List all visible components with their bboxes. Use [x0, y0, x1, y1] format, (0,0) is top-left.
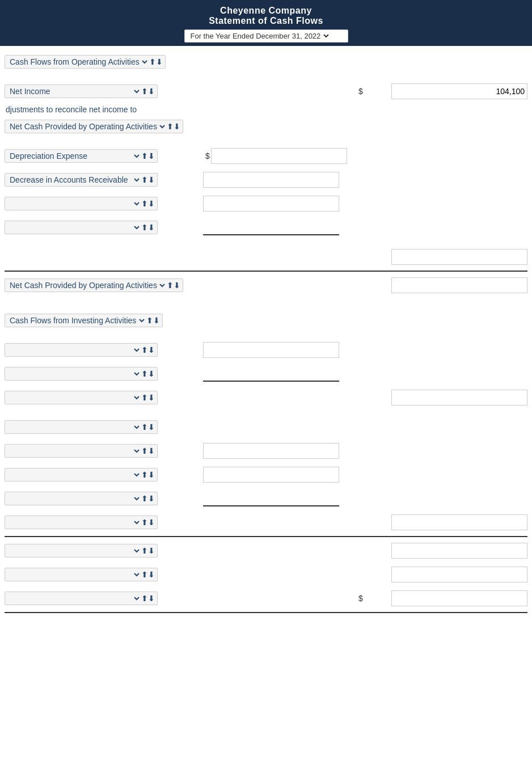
final-dollar: $ — [358, 594, 363, 603]
depreciation-select[interactable]: Depreciation Expense ⬆⬇ — [5, 149, 158, 163]
final-spinner-2-icon: ⬆⬇ — [141, 570, 155, 579]
investing-empty-select-6[interactable]: ⬆⬇ — [5, 492, 158, 505]
operating-activities-select[interactable]: Cash Flows from Operating Activities ⬆⬇ — [5, 55, 166, 69]
empty-select-2[interactable]: ⬆⬇ — [5, 221, 158, 234]
empty-dropdown-2[interactable] — [7, 222, 141, 233]
net-cash-provided-bottom-input[interactable] — [391, 277, 527, 293]
investing-empty-input-6[interactable] — [203, 491, 339, 506]
investing-subtotal-row-2: ⬆⬇ — [5, 512, 527, 533]
date-spinner-icon: ⬆⬇ — [331, 32, 344, 41]
net-cash-provided-bottom-dropdown[interactable]: Net Cash Provided by Operating Activitie… — [7, 280, 167, 290]
investing-empty-spinner-3-icon: ⬆⬇ — [141, 423, 155, 432]
net-cash-provided-top-select[interactable]: Net Cash Provided by Operating Activitie… — [5, 120, 183, 133]
date-select-wrapper[interactable]: For the Year Ended December 31, 2022 ⬆⬇ — [184, 29, 348, 43]
decrease-ar-select[interactable]: Decrease in Accounts Receivable ⬆⬇ — [5, 173, 158, 187]
final-dropdown-3[interactable] — [7, 593, 141, 603]
company-name: Cheyenne Company — [0, 6, 532, 16]
final-input-2[interactable] — [391, 567, 527, 582]
investing-empty-select-3[interactable]: ⬆⬇ — [5, 420, 158, 434]
investing-activities-select[interactable]: Cash Flows from Investing Activities ⬆⬇ — [5, 314, 163, 327]
net-income-select[interactable]: Net Income ⬆⬇ — [5, 85, 158, 98]
investing-subtotal-dropdown-1[interactable] — [7, 392, 141, 403]
investing-subtotal-input-2[interactable] — [391, 514, 527, 530]
investing-empty-dropdown-6[interactable] — [7, 493, 141, 504]
date-select[interactable]: For the Year Ended December 31, 2022 — [188, 31, 331, 41]
net-income-input[interactable] — [391, 83, 527, 99]
net-income-row: Net Income ⬆⬇ $ — [5, 81, 527, 102]
empty-spinner-1-icon: ⬆⬇ — [141, 199, 155, 208]
final-input-3[interactable] — [391, 590, 527, 606]
subtotal-row-1 — [5, 247, 527, 267]
final-row-2: ⬆⬇ — [5, 564, 527, 585]
subtotal-input-1[interactable] — [391, 249, 527, 265]
net-cash-top-spinner-icon: ⬆⬇ — [167, 122, 180, 131]
decrease-ar-row: Decrease in Accounts Receivable ⬆⬇ — [5, 170, 527, 190]
statement-title: Statement of Cash Flows — [0, 16, 532, 26]
investing-empty-input-4[interactable] — [203, 443, 339, 459]
investing-empty-row-6: ⬆⬇ — [5, 488, 527, 509]
final-spinner-1-icon: ⬆⬇ — [141, 546, 155, 555]
final-select-3[interactable]: ⬆⬇ — [5, 592, 158, 605]
empty-row-2: ⬆⬇ — [5, 217, 527, 238]
investing-spinner-icon: ⬆⬇ — [146, 316, 160, 325]
investing-empty-select-1[interactable]: ⬆⬇ — [5, 343, 158, 357]
final-input-1[interactable] — [391, 543, 527, 559]
net-cash-provided-top-dropdown[interactable]: Net Cash Provided by Operating Activitie… — [7, 121, 167, 132]
final-select-2[interactable]: ⬆⬇ — [5, 568, 158, 581]
decrease-ar-input[interactable] — [203, 172, 339, 188]
investing-empty-spinner-2-icon: ⬆⬇ — [141, 369, 155, 378]
net-income-spinner-icon: ⬆⬇ — [141, 87, 155, 96]
investing-empty-row-4: ⬆⬇ — [5, 441, 527, 461]
investing-empty-spinner-1-icon: ⬆⬇ — [141, 345, 155, 354]
depreciation-input[interactable] — [211, 148, 347, 164]
net-cash-provided-bottom-select[interactable]: Net Cash Provided by Operating Activitie… — [5, 278, 183, 292]
investing-empty-spinner-6-icon: ⬆⬇ — [141, 494, 155, 503]
decrease-ar-dropdown[interactable]: Decrease in Accounts Receivable — [7, 175, 141, 185]
investing-empty-dropdown-3[interactable] — [7, 422, 141, 432]
investing-subtotal-row-1: ⬆⬇ — [5, 387, 527, 408]
net-cash-provided-bottom-row: Net Cash Provided by Operating Activitie… — [5, 275, 527, 295]
final-dropdown-2[interactable] — [7, 569, 141, 580]
investing-empty-dropdown-2[interactable] — [7, 369, 141, 379]
investing-subtotal-spinner-1-icon: ⬆⬇ — [141, 393, 155, 402]
investing-subtotal-spinner-2-icon: ⬆⬇ — [141, 518, 155, 527]
investing-empty-select-2[interactable]: ⬆⬇ — [5, 367, 158, 381]
adjustments-text: djustments to reconcile net income to — [5, 105, 527, 114]
operating-activities-dropdown[interactable]: Cash Flows from Operating Activities — [7, 57, 149, 67]
investing-empty-dropdown-4[interactable] — [7, 446, 141, 456]
header: Cheyenne Company Statement of Cash Flows… — [0, 0, 532, 46]
depreciation-dropdown[interactable]: Depreciation Expense — [7, 151, 141, 161]
empty-input-2[interactable] — [203, 219, 339, 235]
investing-empty-row-3: ⬆⬇ — [5, 417, 527, 437]
investing-empty-dropdown-5[interactable] — [7, 470, 141, 480]
investing-subtotal-select-2[interactable]: ⬆⬇ — [5, 516, 158, 529]
investing-empty-row-5: ⬆⬇ — [5, 464, 527, 485]
investing-subtotal-dropdown-2[interactable] — [7, 517, 141, 527]
investing-empty-input-2[interactable] — [203, 366, 339, 382]
net-cash-provided-top-row: Net Cash Provided by Operating Activitie… — [5, 116, 527, 137]
empty-spinner-2-icon: ⬆⬇ — [141, 223, 155, 232]
investing-activities-dropdown[interactable]: Cash Flows from Investing Activities — [7, 315, 146, 326]
investing-empty-spinner-5-icon: ⬆⬇ — [141, 470, 155, 479]
investing-empty-input-1[interactable] — [203, 342, 339, 358]
net-income-dollar: $ — [358, 87, 363, 96]
main-content: Cash Flows from Operating Activities ⬆⬇ … — [0, 46, 532, 619]
final-row-3: ⬆⬇ $ — [5, 588, 527, 609]
investing-empty-dropdown-1[interactable] — [7, 345, 141, 355]
empty-input-1[interactable] — [203, 196, 339, 212]
investing-empty-row-1: ⬆⬇ — [5, 340, 527, 360]
net-income-dropdown[interactable]: Net Income — [7, 86, 141, 96]
investing-empty-spinner-4-icon: ⬆⬇ — [141, 446, 155, 455]
investing-empty-input-5[interactable] — [203, 467, 339, 483]
final-dropdown-1[interactable] — [7, 546, 141, 556]
empty-dropdown-1[interactable] — [7, 199, 141, 209]
empty-select-1[interactable]: ⬆⬇ — [5, 197, 158, 210]
final-select-1[interactable]: ⬆⬇ — [5, 544, 158, 558]
investing-empty-select-5[interactable]: ⬆⬇ — [5, 468, 158, 482]
investing-subtotal-input-1[interactable] — [391, 390, 527, 406]
investing-subtotal-select-1[interactable]: ⬆⬇ — [5, 391, 158, 404]
depreciation-row: Depreciation Expense ⬆⬇ $ — [5, 146, 527, 166]
depreciation-dollar: $ — [205, 151, 210, 161]
empty-row-1: ⬆⬇ — [5, 193, 527, 214]
investing-empty-select-4[interactable]: ⬆⬇ — [5, 444, 158, 458]
